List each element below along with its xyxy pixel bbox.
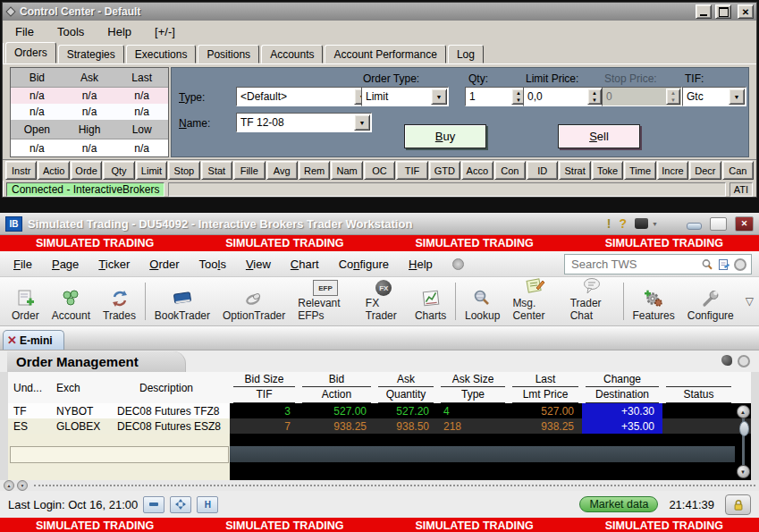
- col-bid-size[interactable]: Bid Size: [233, 372, 295, 387]
- cc-tab-strategies[interactable]: Strategies: [58, 45, 124, 63]
- change-cell[interactable]: +30.30: [582, 403, 662, 418]
- scroll-down-icon[interactable]: ▼: [737, 465, 750, 478]
- toolbar-account-button[interactable]: Account: [46, 279, 97, 324]
- table-header[interactable]: Und... Exch Description Bid Size Bid Ask…: [8, 372, 751, 403]
- new-row-entry-cell[interactable]: [10, 446, 229, 463]
- col-underlying[interactable]: Und...: [8, 372, 47, 403]
- change-cell[interactable]: +35.00: [582, 418, 662, 434]
- chevron-down-icon[interactable]: ▼: [652, 221, 658, 227]
- col-decr[interactable]: Decr: [689, 161, 721, 180]
- cc-menu-plusminus[interactable]: [+/-]: [155, 25, 175, 38]
- col-last[interactable]: Last: [512, 372, 578, 387]
- lock-button[interactable]: [725, 494, 751, 515]
- menu-page[interactable]: Page: [52, 258, 79, 271]
- scroll-up-icon[interactable]: ▲: [737, 405, 750, 418]
- table-row[interactable]: TF NYBOT DEC08 Futures TFZ8 3 527.00 527…: [8, 403, 751, 418]
- col-destination[interactable]: Destination: [586, 387, 659, 403]
- tab-close-icon[interactable]: ✕: [7, 334, 17, 346]
- cc-close-button[interactable]: ✕: [738, 4, 754, 19]
- target-icon[interactable]: [738, 355, 750, 367]
- type-dropdown[interactable]: <Default> ▼: [236, 87, 372, 106]
- toolbar-lookup-button[interactable]: Lookup: [459, 279, 506, 324]
- chevron-down-icon[interactable]: ▼: [354, 114, 370, 131]
- panel-splitter[interactable]: ▲ ▼: [0, 480, 759, 491]
- cc-tab-orders[interactable]: Orders: [5, 42, 56, 63]
- name-dropdown[interactable]: TF 12-08 ▼: [236, 113, 372, 132]
- col-tif[interactable]: TIF: [233, 387, 295, 403]
- col-action[interactable]: Action: [302, 387, 371, 403]
- menu-ticker[interactable]: Ticker: [98, 258, 130, 271]
- col-instr[interactable]: Instr: [5, 161, 37, 180]
- toolbar-order-button[interactable]: Order: [5, 279, 46, 324]
- help-icon[interactable]: ?: [620, 216, 628, 231]
- toolbar-booktrader-button[interactable]: BookTrader: [148, 279, 216, 324]
- h-button[interactable]: H: [197, 496, 218, 513]
- order-type-dropdown[interactable]: Limit ▼: [361, 87, 449, 106]
- note-icon[interactable]: [718, 258, 729, 271]
- tab-e-mini[interactable]: ✕ E-mini: [3, 330, 64, 350]
- col-acco[interactable]: Acco: [461, 161, 493, 180]
- table-row[interactable]: ES GLOBEX DEC08 Futures ESZ8 7 938.25 93…: [8, 418, 751, 434]
- cc-menu-help[interactable]: Help: [107, 25, 131, 38]
- search-input[interactable]: [569, 257, 696, 272]
- col-can[interactable]: Can: [722, 161, 754, 180]
- vertical-scrollbar[interactable]: ▲ ▼: [736, 405, 750, 478]
- cc-maximize-button[interactable]: [715, 4, 731, 19]
- toolbar-trades-button[interactable]: Trades: [97, 279, 142, 324]
- cc-menu-file[interactable]: File: [15, 25, 34, 38]
- toolbar-msg-center-button[interactable]: Msg. Center: [506, 279, 563, 324]
- col-stat[interactable]: Stat: [201, 161, 232, 180]
- col-actio[interactable]: Actio: [38, 161, 69, 180]
- expand-arrows-button[interactable]: [170, 496, 191, 513]
- col-quantity[interactable]: Quantity: [378, 387, 434, 403]
- cc-tab-log[interactable]: Log: [448, 45, 484, 63]
- chevron-down-icon[interactable]: ▼: [431, 89, 447, 105]
- toolbar-fx-trader-button[interactable]: FX FX Trader: [359, 279, 409, 324]
- hand-icon[interactable]: [721, 355, 732, 366]
- col-rem[interactable]: Rem: [299, 161, 330, 180]
- splitter-up-icon[interactable]: ▲: [4, 480, 14, 491]
- toolbar-charts-button[interactable]: Charts: [409, 279, 452, 324]
- col-exchange[interactable]: Exch: [47, 372, 103, 403]
- limit-price-stepper[interactable]: 0,0 ▲▼: [523, 87, 603, 106]
- splitter-dots[interactable]: [34, 485, 755, 486]
- col-strat[interactable]: Strat: [559, 161, 590, 180]
- col-avg[interactable]: Avg: [266, 161, 298, 180]
- col-description[interactable]: Description: [103, 372, 230, 403]
- col-fille[interactable]: Fille: [233, 161, 265, 180]
- col-ask[interactable]: Ask: [378, 372, 434, 387]
- col-qty[interactable]: Qty: [103, 161, 134, 180]
- scroll-thumb[interactable]: [739, 421, 749, 436]
- col-con[interactable]: Con: [494, 161, 526, 180]
- col-bid[interactable]: Bid: [302, 372, 371, 387]
- alert-icon[interactable]: !: [607, 216, 611, 231]
- col-gtd[interactable]: GTD: [429, 161, 460, 180]
- tws-titlebar[interactable]: IB Simulated Trading - DU54092 - Interac…: [0, 213, 759, 235]
- col-type[interactable]: Type: [441, 387, 505, 403]
- print-icon[interactable]: [635, 218, 648, 229]
- sell-button[interactable]: Sell: [558, 124, 640, 148]
- toolbar-overflow-icon[interactable]: ▽: [746, 295, 754, 308]
- col-stop[interactable]: Stop: [168, 161, 199, 180]
- spinner-arrows-icon[interactable]: ▲▼: [587, 89, 602, 105]
- toolbar-configure-button[interactable]: Configure: [681, 279, 740, 324]
- cc-tab-executions[interactable]: Executions: [126, 45, 197, 63]
- col-limit[interactable]: Limit: [136, 161, 167, 180]
- cc-titlebar[interactable]: Control Center - Default ✕: [3, 3, 756, 21]
- cc-minimize-button[interactable]: [696, 4, 712, 19]
- col-tif[interactable]: TIF: [396, 161, 427, 180]
- tws-close-button[interactable]: ✕: [735, 216, 754, 232]
- qty-stepper[interactable]: 1 ▲▼: [465, 87, 527, 106]
- cc-tab-positions[interactable]: Positions: [198, 45, 259, 63]
- tws-maximize-button[interactable]: [710, 217, 727, 231]
- toolbar-relevant-efps-button[interactable]: EFP Relevant EFPs: [291, 279, 359, 324]
- cc-tab-account-performance[interactable]: Account Performance: [325, 45, 445, 63]
- menu-chart[interactable]: Chart: [291, 258, 319, 271]
- col-toke[interactable]: Toke: [592, 161, 623, 180]
- toolbar-optiontrader-button[interactable]: OptionTrader: [216, 279, 291, 324]
- tif-dropdown[interactable]: Gtc ▼: [682, 87, 746, 106]
- col-status[interactable]: Status: [666, 387, 731, 403]
- cc-tab-accounts[interactable]: Accounts: [261, 45, 323, 63]
- col-orde[interactable]: Orde: [71, 161, 102, 180]
- col-change[interactable]: Change: [586, 372, 659, 387]
